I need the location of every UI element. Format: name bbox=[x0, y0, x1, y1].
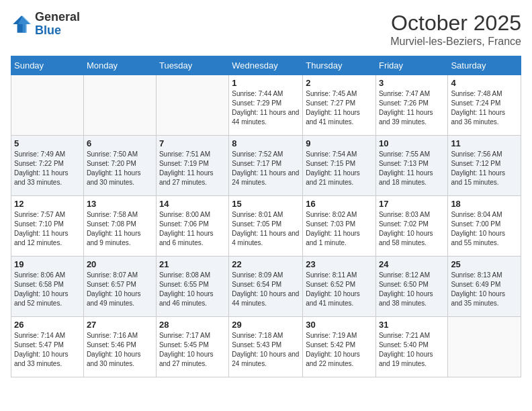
day-info: Sunrise: 8:00 AM Sunset: 7:06 PM Dayligh… bbox=[159, 210, 226, 248]
calendar-cell: 5Sunrise: 7:49 AM Sunset: 7:22 PM Daylig… bbox=[11, 136, 84, 196]
day-number: 2 bbox=[306, 78, 373, 88]
day-number: 21 bbox=[159, 259, 226, 269]
day-number: 16 bbox=[306, 199, 373, 209]
calendar-cell: 25Sunrise: 8:13 AM Sunset: 6:49 PM Dayli… bbox=[448, 257, 521, 317]
day-info: Sunrise: 7:49 AM Sunset: 7:22 PM Dayligh… bbox=[14, 150, 81, 187]
weekday-header-row: SundayMondayTuesdayWednesdayThursdayFrid… bbox=[11, 56, 521, 75]
page-header: General Blue October 2025 Murviel-les-Be… bbox=[11, 11, 521, 48]
day-number: 13 bbox=[87, 199, 153, 209]
calendar-cell: 19Sunrise: 8:06 AM Sunset: 6:58 PM Dayli… bbox=[11, 257, 84, 317]
logo-blue-text: Blue bbox=[35, 24, 80, 38]
calendar-cell: 29Sunrise: 7:18 AM Sunset: 5:43 PM Dayli… bbox=[229, 317, 303, 377]
day-number: 19 bbox=[14, 259, 81, 269]
day-info: Sunrise: 7:58 AM Sunset: 7:08 PM Dayligh… bbox=[87, 210, 153, 248]
calendar-cell: 17Sunrise: 8:03 AM Sunset: 7:02 PM Dayli… bbox=[375, 196, 447, 257]
calendar-cell: 11Sunrise: 7:56 AM Sunset: 7:12 PM Dayli… bbox=[448, 136, 521, 196]
calendar-cell: 27Sunrise: 7:16 AM Sunset: 5:46 PM Dayli… bbox=[83, 317, 156, 377]
calendar-cell: 18Sunrise: 8:04 AM Sunset: 7:00 PM Dayli… bbox=[448, 196, 521, 257]
day-number: 4 bbox=[451, 78, 518, 88]
calendar-cell: 4Sunrise: 7:48 AM Sunset: 7:24 PM Daylig… bbox=[448, 75, 521, 136]
calendar-week-row: 26Sunrise: 7:14 AM Sunset: 5:47 PM Dayli… bbox=[11, 317, 521, 377]
day-info: Sunrise: 8:03 AM Sunset: 7:02 PM Dayligh… bbox=[379, 210, 445, 248]
day-number: 6 bbox=[87, 138, 153, 148]
day-info: Sunrise: 8:02 AM Sunset: 7:03 PM Dayligh… bbox=[306, 210, 373, 248]
day-info: Sunrise: 7:55 AM Sunset: 7:13 PM Dayligh… bbox=[379, 150, 445, 187]
day-number: 30 bbox=[306, 320, 373, 330]
calendar-cell: 13Sunrise: 7:58 AM Sunset: 7:08 PM Dayli… bbox=[83, 196, 156, 257]
calendar-cell bbox=[11, 75, 84, 136]
day-info: Sunrise: 7:51 AM Sunset: 7:19 PM Dayligh… bbox=[159, 150, 226, 187]
location-title: Murviel-les-Beziers, France bbox=[390, 36, 521, 48]
weekday-header-sunday: Sunday bbox=[11, 56, 84, 75]
logo-general-text: General bbox=[35, 11, 80, 24]
weekday-header-friday: Friday bbox=[375, 56, 447, 75]
day-number: 8 bbox=[232, 138, 300, 148]
weekday-header-thursday: Thursday bbox=[303, 56, 376, 75]
calendar-cell: 28Sunrise: 7:17 AM Sunset: 5:45 PM Dayli… bbox=[156, 317, 228, 377]
weekday-header-tuesday: Tuesday bbox=[156, 56, 228, 75]
calendar-cell: 21Sunrise: 8:08 AM Sunset: 6:55 PM Dayli… bbox=[156, 257, 228, 317]
calendar-cell: 8Sunrise: 7:52 AM Sunset: 7:17 PM Daylig… bbox=[229, 136, 303, 196]
calendar-cell: 3Sunrise: 7:47 AM Sunset: 7:26 PM Daylig… bbox=[375, 75, 447, 136]
day-info: Sunrise: 8:06 AM Sunset: 6:58 PM Dayligh… bbox=[14, 271, 81, 308]
day-number: 22 bbox=[232, 259, 300, 269]
day-info: Sunrise: 7:19 AM Sunset: 5:42 PM Dayligh… bbox=[306, 331, 373, 369]
day-number: 20 bbox=[87, 259, 153, 269]
calendar-cell: 2Sunrise: 7:45 AM Sunset: 7:27 PM Daylig… bbox=[303, 75, 376, 136]
calendar-cell: 30Sunrise: 7:19 AM Sunset: 5:42 PM Dayli… bbox=[303, 317, 376, 377]
logo-icon bbox=[11, 13, 32, 35]
day-number: 12 bbox=[14, 199, 81, 209]
day-info: Sunrise: 7:54 AM Sunset: 7:15 PM Dayligh… bbox=[306, 150, 373, 187]
day-info: Sunrise: 7:44 AM Sunset: 7:29 PM Dayligh… bbox=[232, 89, 300, 127]
calendar-week-row: 12Sunrise: 7:57 AM Sunset: 7:10 PM Dayli… bbox=[11, 196, 521, 257]
day-info: Sunrise: 8:08 AM Sunset: 6:55 PM Dayligh… bbox=[159, 271, 226, 308]
day-info: Sunrise: 7:14 AM Sunset: 5:47 PM Dayligh… bbox=[14, 331, 81, 369]
day-number: 26 bbox=[14, 320, 81, 330]
day-info: Sunrise: 7:21 AM Sunset: 5:40 PM Dayligh… bbox=[379, 331, 445, 369]
day-info: Sunrise: 7:56 AM Sunset: 7:12 PM Dayligh… bbox=[451, 150, 518, 187]
day-info: Sunrise: 8:13 AM Sunset: 6:49 PM Dayligh… bbox=[451, 271, 518, 308]
day-info: Sunrise: 7:18 AM Sunset: 5:43 PM Dayligh… bbox=[232, 331, 300, 369]
calendar-cell: 31Sunrise: 7:21 AM Sunset: 5:40 PM Dayli… bbox=[375, 317, 447, 377]
title-section: October 2025 Murviel-les-Beziers, France bbox=[390, 11, 521, 48]
day-info: Sunrise: 8:04 AM Sunset: 7:00 PM Dayligh… bbox=[451, 210, 518, 248]
calendar-cell: 7Sunrise: 7:51 AM Sunset: 7:19 PM Daylig… bbox=[156, 136, 228, 196]
day-number: 5 bbox=[14, 138, 81, 148]
day-number: 15 bbox=[232, 199, 300, 209]
day-info: Sunrise: 7:48 AM Sunset: 7:24 PM Dayligh… bbox=[451, 89, 518, 127]
calendar-cell: 26Sunrise: 7:14 AM Sunset: 5:47 PM Dayli… bbox=[11, 317, 84, 377]
day-number: 29 bbox=[232, 320, 300, 330]
calendar-cell bbox=[448, 317, 521, 377]
day-info: Sunrise: 8:07 AM Sunset: 6:57 PM Dayligh… bbox=[87, 271, 153, 308]
calendar-cell: 20Sunrise: 8:07 AM Sunset: 6:57 PM Dayli… bbox=[83, 257, 156, 317]
calendar-week-row: 19Sunrise: 8:06 AM Sunset: 6:58 PM Dayli… bbox=[11, 257, 521, 317]
day-number: 7 bbox=[159, 138, 226, 148]
calendar-cell bbox=[156, 75, 228, 136]
day-info: Sunrise: 7:47 AM Sunset: 7:26 PM Dayligh… bbox=[379, 89, 445, 127]
weekday-header-monday: Monday bbox=[83, 56, 156, 75]
day-number: 27 bbox=[87, 320, 153, 330]
month-title: October 2025 bbox=[390, 11, 521, 36]
calendar-week-row: 1Sunrise: 7:44 AM Sunset: 7:29 PM Daylig… bbox=[11, 75, 521, 136]
weekday-header-wednesday: Wednesday bbox=[229, 56, 303, 75]
day-info: Sunrise: 8:09 AM Sunset: 6:54 PM Dayligh… bbox=[232, 271, 300, 308]
day-number: 28 bbox=[159, 320, 226, 330]
calendar-cell: 12Sunrise: 7:57 AM Sunset: 7:10 PM Dayli… bbox=[11, 196, 84, 257]
day-number: 25 bbox=[451, 259, 518, 269]
calendar-cell: 10Sunrise: 7:55 AM Sunset: 7:13 PM Dayli… bbox=[375, 136, 447, 196]
calendar-week-row: 5Sunrise: 7:49 AM Sunset: 7:22 PM Daylig… bbox=[11, 136, 521, 196]
calendar-cell: 9Sunrise: 7:54 AM Sunset: 7:15 PM Daylig… bbox=[303, 136, 376, 196]
day-info: Sunrise: 7:52 AM Sunset: 7:17 PM Dayligh… bbox=[232, 150, 300, 187]
day-number: 9 bbox=[306, 138, 373, 148]
day-info: Sunrise: 8:11 AM Sunset: 6:52 PM Dayligh… bbox=[306, 271, 373, 308]
day-number: 14 bbox=[159, 199, 226, 209]
calendar-cell bbox=[83, 75, 156, 136]
day-number: 3 bbox=[379, 78, 445, 88]
day-number: 31 bbox=[379, 320, 445, 330]
day-info: Sunrise: 8:01 AM Sunset: 7:05 PM Dayligh… bbox=[232, 210, 300, 248]
day-number: 17 bbox=[379, 199, 445, 209]
day-info: Sunrise: 7:50 AM Sunset: 7:20 PM Dayligh… bbox=[87, 150, 153, 187]
day-info: Sunrise: 7:45 AM Sunset: 7:27 PM Dayligh… bbox=[306, 89, 373, 127]
calendar-cell: 24Sunrise: 8:12 AM Sunset: 6:50 PM Dayli… bbox=[375, 257, 447, 317]
calendar-cell: 1Sunrise: 7:44 AM Sunset: 7:29 PM Daylig… bbox=[229, 75, 303, 136]
